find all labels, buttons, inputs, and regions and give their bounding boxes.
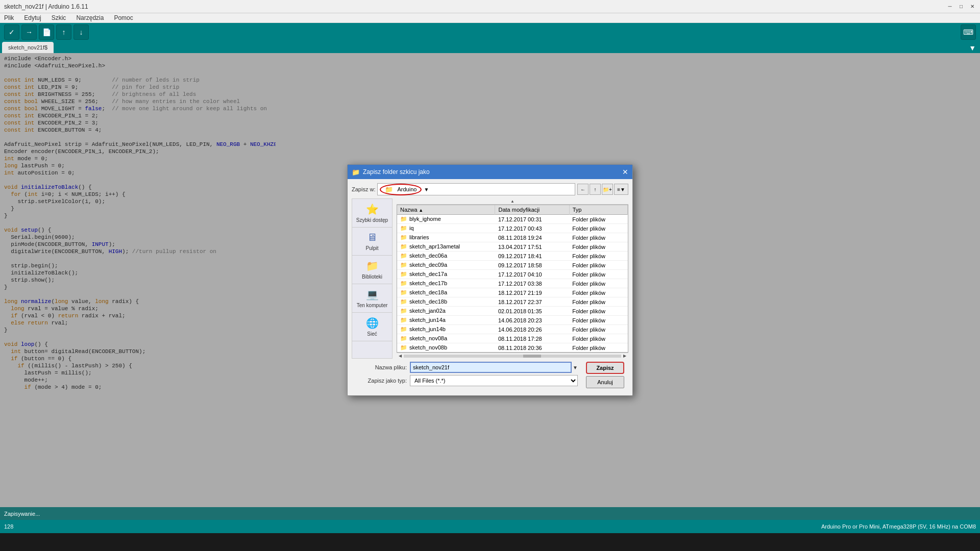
file-type-cell: Folder plików (569, 261, 627, 270)
file-table-wrapper[interactable]: Nazwa Data modyfikacji Typ 📁blyk_ighome … (397, 205, 628, 353)
table-row[interactable]: 📁sketch_dec17b 17.12.2017 03:38 Folder p… (397, 279, 628, 288)
table-row[interactable]: 📁sketch_dec18b 18.12.2017 22:37 Folder p… (397, 297, 628, 307)
file-type-cell: Folder plików (569, 279, 627, 288)
app-window: sketch_nov21f | Arduino 1.6.11 ─ □ ✕ Pli… (0, 0, 980, 551)
file-type-cell: Folder plików (569, 307, 627, 316)
folder-icon: 📁 (400, 280, 407, 286)
form-and-buttons: Nazwa pliku: ▼ Zapisz jako typ: (356, 362, 624, 388)
menu-file[interactable]: Plik (2, 13, 16, 22)
maximize-button[interactable]: □ (958, 3, 965, 10)
nav-quick-access[interactable]: ⭐ Szybki dostęp (352, 199, 392, 228)
file-type-cell: Folder plików (569, 215, 627, 224)
menu-tools[interactable]: Narzędzia (74, 13, 106, 22)
file-modified-cell: 17.12.2017 03:38 (495, 279, 569, 288)
menu-edit[interactable]: Edytuj (22, 13, 43, 22)
folder-icon: 📁 (385, 186, 393, 193)
location-dropdown[interactable]: 📁 Arduino ▼ (377, 183, 575, 195)
dialog-buttons: Zapisz Anuluj (586, 362, 624, 388)
col-type-header[interactable]: Typ (569, 205, 627, 215)
folder-icon: 📁 (400, 289, 407, 295)
location-label: Zapisz w: (352, 186, 375, 192)
file-list-container: ⭐ Szybki dostęp 🖥 Pulpit 📁 Biblioteki (352, 198, 628, 359)
left-nav-panel: ⭐ Szybki dostęp 🖥 Pulpit 📁 Biblioteki (352, 198, 393, 359)
file-modified-cell: 09.12.2017 18:41 (495, 252, 569, 261)
nav-network[interactable]: 🌐 Sieć (352, 313, 392, 341)
table-row[interactable]: 📁iq 17.12.2017 00:43 Folder plików (397, 224, 628, 233)
upload-button[interactable]: → (21, 24, 37, 40)
table-row[interactable]: 📁sketch_dec06a 09.12.2017 18:41 Folder p… (397, 252, 628, 261)
minimize-button[interactable]: ─ (946, 3, 953, 10)
open-button[interactable]: ↑ (56, 24, 71, 40)
file-modified-cell: 17.12.2017 00:31 (495, 215, 569, 224)
table-row[interactable]: 📁sketch_nov08b 08.11.2018 20:36 Folder p… (397, 343, 628, 353)
filename-label: Nazwa pliku: (356, 364, 407, 370)
horizontal-scrollbar[interactable] (404, 355, 621, 358)
file-type-cell: Folder plików (569, 252, 627, 261)
tab-scroll-button[interactable]: ▼ (967, 43, 978, 53)
nav-libraries[interactable]: 📁 Biblioteki (352, 256, 392, 284)
console-area (0, 533, 980, 551)
file-name-cell: 📁sketch_dec09a (397, 261, 495, 270)
menu-help[interactable]: Pomoc (112, 13, 135, 22)
line-number: 128 (4, 523, 821, 530)
table-row[interactable]: 📁sketch_apr13ametal 13.04.2017 17:51 Fol… (397, 242, 628, 252)
table-row[interactable]: 📁sketch_dec18a 18.12.2017 21:19 Folder p… (397, 288, 628, 297)
col-name-header[interactable]: Nazwa (397, 205, 495, 215)
file-modified-cell: 09.12.2017 18:58 (495, 261, 569, 270)
nav-back-button[interactable]: ← (577, 184, 589, 195)
save-button[interactable]: ↓ (74, 24, 89, 40)
scroll-down-area[interactable]: ◀ ▶ (397, 353, 628, 359)
file-modified-cell: 14.06.2018 20:23 (495, 316, 569, 325)
new-button[interactable]: 📄 (39, 24, 54, 40)
file-name-cell: 📁sketch_jun14b (397, 325, 495, 334)
filename-dropdown-arrow: ▼ (573, 365, 578, 370)
scroll-up-area[interactable]: ▲ (397, 198, 628, 205)
dialog-save-button[interactable]: Zapisz (586, 362, 624, 374)
location-bar: Zapisz w: 📁 Arduino ▼ ← ↑ 📁+ (352, 183, 628, 195)
table-row[interactable]: 📁sketch_dec09a 09.12.2017 18:58 Folder p… (397, 261, 628, 270)
table-row[interactable]: 📁sketch_jan02a 02.01.2018 01:35 Folder p… (397, 307, 628, 316)
title-bar: sketch_nov21f | Arduino 1.6.11 ─ □ ✕ (0, 0, 980, 13)
filetype-row: Zapisz jako typ: All Files (*.*) (356, 375, 578, 386)
dialog-icon: 📁 (352, 168, 360, 176)
network-icon: 🌐 (366, 317, 379, 329)
folder-icon: 📁 (400, 262, 407, 268)
folder-icon: 📁 (400, 216, 407, 222)
table-row[interactable]: 📁libraries 08.11.2018 19:24 Folder plikó… (397, 233, 628, 242)
file-modified-cell: 18.12.2017 21:19 (495, 288, 569, 297)
nav-up-button[interactable]: ↑ (590, 184, 601, 195)
file-type-cell: Folder plików (569, 343, 627, 353)
view-toggle-button[interactable]: ≡▼ (614, 184, 628, 195)
dialog-close-button[interactable]: ✕ (622, 168, 628, 176)
close-button[interactable]: ✕ (969, 3, 976, 10)
nav-this-pc-label: Ten komputer (357, 303, 388, 308)
toolbar: ✓ → 📄 ↑ ↓ ⌨ (0, 23, 980, 41)
table-row[interactable]: 📁sketch_jun14a 14.06.2018 20:23 Folder p… (397, 316, 628, 325)
file-name-cell: 📁sketch_nov08b (397, 343, 495, 353)
window-controls: ─ □ ✕ (946, 3, 976, 10)
tab-bar: sketch_nov21f$ ▼ (0, 41, 980, 53)
serial-monitor-button[interactable]: ⌨ (961, 24, 976, 40)
file-modified-cell: 17.12.2017 00:43 (495, 224, 569, 233)
table-row[interactable]: 📁sketch_jun14b 14.06.2018 20:26 Folder p… (397, 325, 628, 334)
file-type-cell: Folder plików (569, 297, 627, 307)
nav-desktop[interactable]: 🖥 Pulpit (352, 228, 392, 256)
nav-this-pc[interactable]: 💻 Ten komputer (352, 284, 392, 313)
table-row[interactable]: 📁sketch_dec17a 17.12.2017 04:10 Folder p… (397, 270, 628, 279)
menu-bar: Plik Edytuj Szkic Narzędzia Pomoc (0, 13, 980, 23)
create-folder-button[interactable]: 📁+ (602, 184, 613, 195)
col-modified-header[interactable]: Data modyfikacji (495, 205, 569, 215)
filetype-select[interactable]: All Files (*.*) (410, 375, 578, 386)
filetype-label: Zapisz jako typ: (356, 378, 407, 384)
table-row[interactable]: 📁sketch_nov08a 08.11.2018 17:28 Folder p… (397, 334, 628, 343)
folder-icon: 📁 (400, 308, 407, 314)
table-row[interactable]: 📁blyk_ighome 17.12.2017 00:31 Folder pli… (397, 215, 628, 224)
verify-button[interactable]: ✓ (4, 24, 19, 40)
file-modified-cell: 18.12.2017 22:37 (495, 297, 569, 307)
filename-input[interactable] (410, 362, 572, 373)
location-text: Arduino (397, 186, 416, 192)
content-area: #include <Encoder.h> #include <Adafruit_… (0, 53, 980, 507)
dialog-cancel-button[interactable]: Anuluj (586, 376, 624, 388)
menu-sketch[interactable]: Szkic (50, 13, 68, 22)
tab-sketch[interactable]: sketch_nov21f$ (2, 42, 54, 53)
